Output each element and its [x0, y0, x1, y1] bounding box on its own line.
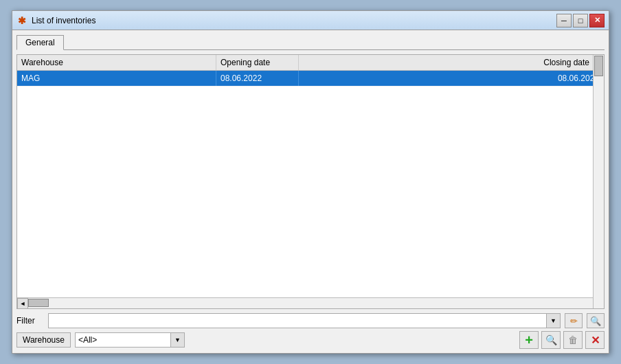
horizontal-scrollbar[interactable]: ◄ ►: [17, 297, 604, 308]
window-title: List of inventories: [32, 16, 556, 25]
delete-button[interactable]: 🗑: [563, 331, 583, 349]
main-window: ✱ List of inventories ─ □ ✕ General Ware…: [12, 10, 609, 354]
title-bar: ✱ List of inventories ─ □ ✕: [12, 11, 609, 30]
close-button[interactable]: ✕: [589, 14, 605, 27]
horizontal-scroll-thumb[interactable]: [28, 299, 49, 307]
cell-opening-date: 08.06.2022: [216, 71, 299, 86]
minimize-button[interactable]: ─: [556, 14, 572, 27]
col-header-opening-date: Opening date: [216, 55, 299, 70]
tab-general[interactable]: General: [16, 35, 64, 50]
warehouse-dropdown: <All> ▼: [75, 332, 185, 348]
warehouse-selected-value: <All>: [76, 335, 170, 345]
warehouse-dropdown-arrow[interactable]: ▼: [170, 333, 184, 347]
filter-search-button[interactable]: 🔍: [587, 313, 605, 328]
filter-edit-button[interactable]: ✏: [565, 313, 583, 328]
action-row: Warehouse <All> ▼ + 🔍 🗑 ✕: [16, 331, 605, 349]
title-bar-buttons: ─ □ ✕: [556, 14, 605, 27]
search-button[interactable]: 🔍: [541, 331, 561, 349]
filter-input[interactable]: [49, 314, 546, 328]
filter-row: Filter ▼ ✏ 🔍: [16, 313, 605, 328]
warehouse-button[interactable]: Warehouse: [16, 332, 71, 348]
horizontal-scroll-track[interactable]: [28, 298, 593, 308]
maximize-button[interactable]: □: [573, 14, 588, 27]
scroll-left-button[interactable]: ◄: [17, 298, 28, 309]
action-buttons: + 🔍 🗑 ✕: [519, 331, 605, 349]
cell-closing-date: 08.06.2022: [299, 71, 604, 86]
tab-bar: General: [16, 34, 605, 50]
scrollbar-thumb[interactable]: [594, 56, 603, 76]
inventory-table: Warehouse Opening date Closing date MAG …: [16, 54, 605, 309]
add-button[interactable]: +: [519, 331, 539, 349]
app-icon: ✱: [16, 15, 27, 26]
scrollbar-track[interactable]: [594, 77, 604, 308]
bottom-panel: Filter ▼ ✏ 🔍 Warehouse <All> ▼ + 🔍: [16, 313, 605, 349]
col-header-closing-date: Closing date: [299, 55, 604, 70]
filter-dropdown-button[interactable]: ▼: [546, 314, 560, 328]
cancel-button[interactable]: ✕: [585, 331, 605, 349]
table-header: Warehouse Opening date Closing date: [17, 55, 604, 71]
table-row[interactable]: MAG 08.06.2022 08.06.2022: [17, 71, 604, 87]
vertical-scrollbar[interactable]: [593, 55, 604, 308]
window-body: General Warehouse Opening date Closing d…: [12, 30, 609, 353]
cell-warehouse: MAG: [17, 71, 216, 86]
col-header-warehouse: Warehouse: [17, 55, 216, 70]
table-body: MAG 08.06.2022 08.06.2022: [17, 71, 604, 297]
filter-input-wrapper: ▼: [48, 313, 561, 328]
filter-label: Filter: [16, 316, 44, 326]
